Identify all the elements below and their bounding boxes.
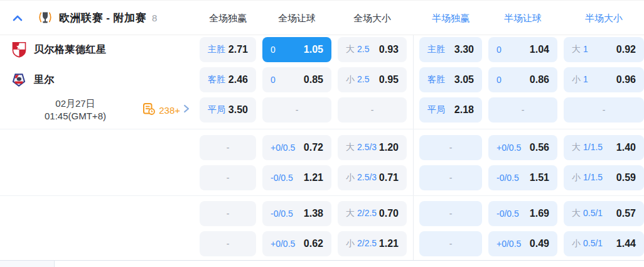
no-odds-placeholder: - — [449, 239, 453, 249]
odds-row-4: --0/0.51.21小2.5/30.71--0/0.51.51小1/1.50.… — [200, 165, 644, 190]
odds-cell[interactable]: +0/0.50.62 — [262, 231, 331, 256]
odds-cell[interactable]: 大10.92 — [564, 37, 644, 62]
more-markets-count: 238+ — [159, 105, 180, 116]
odds-cell[interactable]: 小0.5/11.44 — [564, 231, 644, 256]
odds-value: 0.70 — [379, 208, 399, 219]
no-odds-placeholder: - — [522, 105, 525, 115]
odds-cell-empty: - — [262, 97, 331, 123]
odds-label: 小0.5/1 — [572, 238, 603, 249]
over-under-side: 小 — [572, 238, 581, 248]
odds-cell-empty: - — [419, 165, 482, 190]
odds-label: 大2.5/3 — [346, 142, 377, 153]
odds-label: -0/0.5 — [496, 209, 519, 219]
odds-cell[interactable]: 大2.5/31.20 — [338, 135, 407, 160]
column-header-3[interactable]: 半场独赢 — [419, 1, 482, 35]
odds-label: 大2/2.5 — [346, 208, 377, 219]
odds-label: 0 — [271, 75, 276, 85]
odds-cell[interactable]: 大2.50.93 — [338, 37, 407, 62]
over-under-line: 1 — [583, 44, 588, 54]
odds-cell[interactable]: 小1/1.50.59 — [564, 165, 644, 190]
odds-value: 1.38 — [304, 208, 323, 219]
odds-value: 1.21 — [379, 238, 399, 249]
over-under-line: 2.5/3 — [357, 142, 377, 152]
column-header-5[interactable]: 半场大小 — [564, 1, 644, 35]
over-under-line: 1 — [583, 74, 588, 84]
odds-label: 大1 — [572, 44, 588, 55]
more-markets-button[interactable]: 238+ — [143, 97, 190, 123]
odds-value: 0.59 — [616, 172, 636, 183]
no-odds-placeholder: - — [449, 173, 453, 183]
over-under-side: 小 — [346, 74, 355, 84]
no-odds-placeholder: - — [296, 105, 299, 115]
column-header-1[interactable]: 全场让球 — [262, 1, 331, 35]
odds-cell-empty: - — [200, 165, 256, 190]
odds-cell[interactable]: 主胜3.30 — [419, 37, 482, 62]
odds-value: 1.44 — [616, 238, 636, 249]
odds-cell[interactable]: -0/0.51.69 — [488, 201, 557, 226]
over-under-side: 大 — [346, 208, 355, 218]
odds-value: 0.96 — [616, 74, 636, 85]
odds-value: 0.93 — [379, 44, 399, 55]
odds-cell-empty: - — [200, 135, 256, 160]
odds-value: 0.62 — [304, 238, 323, 249]
odds-value: 1.20 — [379, 142, 399, 153]
home-team-row[interactable]: 贝尔格莱德红星 — [0, 37, 200, 62]
odds-cell[interactable]: 01.05 — [262, 37, 331, 62]
odds-cell[interactable]: 平局2.18 — [419, 97, 482, 123]
odds-cell[interactable]: -0/0.51.38 — [262, 201, 331, 226]
column-header-0[interactable]: 全场独赢 — [200, 1, 256, 35]
column-header-2[interactable]: 全场大小 — [338, 1, 407, 35]
odds-cell[interactable]: 客胜2.46 — [200, 67, 256, 92]
odds-cell[interactable]: 小2.5/30.71 — [338, 165, 407, 190]
odds-cell[interactable]: 大1/1.51.40 — [564, 135, 644, 160]
no-odds-placeholder: - — [227, 209, 230, 219]
odds-cell[interactable]: 主胜2.71 — [200, 37, 256, 62]
over-under-line: 2/2.5 — [357, 238, 377, 248]
odds-label: 客胜 — [427, 74, 445, 85]
odds-value: 0.92 — [616, 44, 636, 55]
over-under-side: 大 — [346, 142, 355, 152]
chevron-up-icon — [13, 13, 23, 24]
odds-cell[interactable]: 小2/2.51.21 — [338, 231, 407, 256]
odds-cell[interactable]: +0/0.50.56 — [488, 135, 557, 160]
over-under-side: 小 — [346, 172, 355, 182]
column-header-4[interactable]: 半场让球 — [488, 1, 557, 35]
odds-row-2: 平局3.50--平局2.18-- — [200, 97, 644, 123]
odds-label: +0/0.5 — [271, 239, 295, 249]
over-under-side: 大 — [572, 142, 581, 152]
next-section-left-cell — [0, 261, 55, 267]
odds-cell[interactable]: 小2.50.95 — [338, 67, 407, 92]
odds-cell[interactable]: +0/0.50.49 — [488, 231, 557, 256]
over-under-line: 0.5/1 — [583, 238, 603, 248]
europa-league-trophy-icon — [38, 11, 52, 26]
odds-label: 小2/2.5 — [346, 238, 377, 249]
away-team-row[interactable]: 里尔 — [0, 67, 200, 92]
odds-cell[interactable]: 00.85 — [262, 67, 331, 92]
odds-cell[interactable]: -0/0.51.51 — [488, 165, 557, 190]
odds-value: 0.56 — [530, 142, 549, 153]
red-star-belgrade-crest — [11, 41, 27, 58]
odds-cell[interactable]: 00.86 — [488, 67, 557, 92]
odds-value: 2.18 — [454, 104, 474, 116]
odds-cell[interactable]: 客胜3.05 — [419, 67, 482, 92]
odds-row-6: -+0/0.50.62小2/2.51.21-+0/0.50.49小0.5/11.… — [200, 231, 644, 256]
home-team-name: 贝尔格莱德红星 — [34, 43, 107, 57]
odds-cell[interactable]: +0/0.50.72 — [262, 135, 331, 160]
odds-cell[interactable]: 01.04 — [488, 37, 557, 62]
odds-label: 主胜 — [427, 44, 445, 55]
league-title: 欧洲联赛 - 附加赛 — [59, 11, 146, 25]
odds-panel: 欧洲联赛 - 附加赛 8 全场独赢全场让球全场大小半场独赢半场让球半场大小 贝尔… — [0, 0, 644, 267]
odds-cell[interactable]: -0/0.51.21 — [262, 165, 331, 190]
over-under-line: 2.5/3 — [357, 172, 377, 182]
collapse-league-button[interactable] — [9, 10, 26, 26]
odds-label: -0/0.5 — [496, 173, 519, 183]
odds-cell[interactable]: 大0.5/10.57 — [564, 201, 644, 226]
match-date: 02月27日 — [14, 97, 137, 110]
odds-cell[interactable]: 小10.96 — [564, 67, 644, 92]
odds-value: 3.05 — [454, 74, 474, 85]
odds-cell-empty: - — [419, 201, 482, 226]
odds-cell[interactable]: 平局3.50 — [200, 97, 256, 123]
odds-value: 1.51 — [530, 172, 549, 183]
no-odds-placeholder: - — [449, 143, 453, 153]
odds-cell[interactable]: 大2/2.50.70 — [338, 201, 407, 226]
